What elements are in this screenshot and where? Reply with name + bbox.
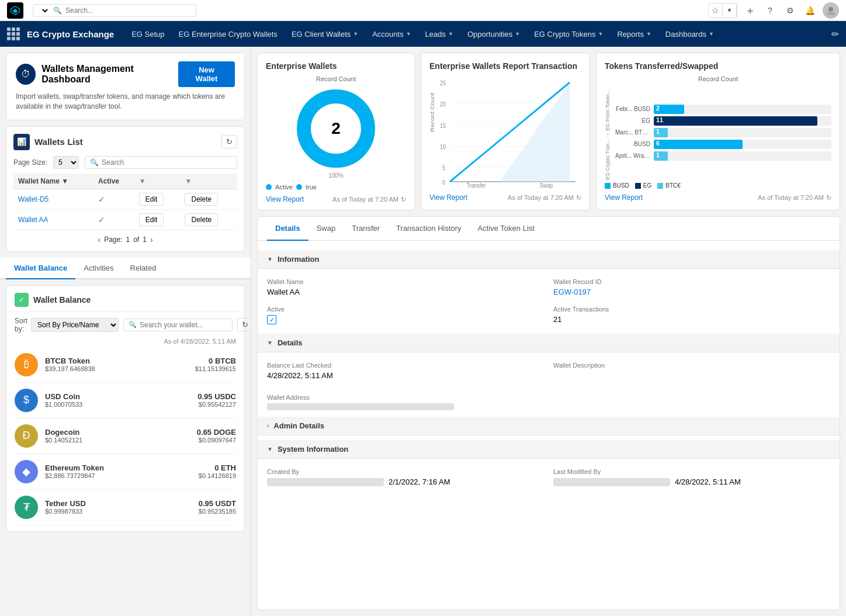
legend-label: BUSD (613, 182, 629, 189)
admin-details-section-header[interactable]: › Admin Details (258, 417, 840, 435)
wallets-search-input[interactable] (102, 158, 232, 167)
legend-label: EG (643, 182, 651, 189)
wallets-search-box[interactable]: 🔍 (85, 156, 237, 169)
nav-item-eg-enterprise[interactable]: EG Enterprise Crypto Wallets (173, 27, 283, 41)
new-wallet-button[interactable]: New Wallet (178, 61, 235, 87)
tab-transaction-history[interactable]: Transaction History (388, 217, 470, 241)
chevron-down-icon: ▼ (267, 446, 273, 452)
created-date: 2/1/2022, 7:16 AM (389, 477, 450, 486)
nav-item-opportunities[interactable]: Opportunities ▼ (462, 27, 526, 41)
nav-item-eg-client[interactable]: EG Client Wallets ▼ (286, 27, 364, 41)
nav-item-eg-setup[interactable]: EG Setup (126, 27, 170, 41)
wallets-list-card: 📊 Wallets List ↻ Page Size: 51025 🔍 (6, 126, 245, 252)
nav-item-eg-crypto-tokens[interactable]: EG Crypto Tokens ▼ (528, 27, 609, 41)
details-body: ▼ Information Wallet Name Wallet AA Wall… (258, 241, 840, 505)
wallet-record-id-label: Wallet Record ID (553, 278, 830, 285)
wallet-search-input[interactable] (140, 321, 227, 329)
information-section-header[interactable]: ▼ Information (258, 250, 840, 269)
dashboard-icon: ⏱ (16, 64, 36, 85)
tab-activities[interactable]: Activities (75, 258, 122, 279)
token-usd-value: $0.09097647 (197, 437, 236, 444)
search-scope-select[interactable]: All (38, 6, 50, 15)
tab-wallet-balance[interactable]: Wallet Balance (6, 258, 75, 279)
chevron-down-icon: ▼ (515, 31, 520, 37)
tab-details[interactable]: Details (267, 217, 308, 241)
nav-item-accounts[interactable]: Accounts ▼ (366, 27, 417, 41)
dashboard-card-header-left: ⏱ Wallets Management Dashboard (16, 64, 178, 85)
settings-icon[interactable]: ⚙ (783, 4, 797, 18)
active-field: Active ✓ (267, 306, 544, 324)
help-icon[interactable]: ? (763, 4, 777, 18)
edit-button[interactable]: Edit (139, 193, 164, 206)
favorites-icon[interactable]: ☆ (709, 4, 723, 18)
chevron-down-icon: ▼ (267, 340, 273, 346)
notifications-icon[interactable]: 🔔 (803, 4, 817, 18)
app-grid-icon[interactable] (7, 27, 20, 40)
created-by-label: Created By (267, 468, 544, 475)
bar-value: 6 (654, 140, 743, 147)
token-name: USD Coin (45, 392, 190, 401)
refresh-icon[interactable]: ↻ (401, 196, 406, 203)
tab-transfer[interactable]: Transfer (344, 217, 388, 241)
nav-item-reports[interactable]: Reports ▼ (611, 27, 657, 41)
page-size-select[interactable]: 51025 (53, 156, 79, 169)
svg-text:15: 15 (440, 122, 446, 129)
enterprise-report-chart: Enterprise Wallets Report Transaction 25… (421, 53, 590, 210)
prev-page-button[interactable]: ‹ (98, 235, 100, 244)
page-size-label: Page Size: (13, 158, 47, 167)
refresh-button[interactable]: ↻ (221, 135, 237, 148)
token-info: Tether USD $0.99987833 (45, 499, 192, 515)
view-report-link[interactable]: View Report (429, 193, 467, 202)
edit-icon[interactable]: ✏ (831, 29, 839, 39)
avatar[interactable] (823, 2, 839, 19)
refresh-icon[interactable]: ↻ (826, 194, 831, 202)
token-icon: ◆ (15, 460, 38, 483)
col-actions2: ▼ (180, 174, 237, 189)
token-info: Dogecoin $0.14052121 (45, 428, 190, 444)
refresh-icon[interactable]: ↻ (576, 194, 581, 202)
legend-color (657, 183, 663, 189)
nav-item-leads[interactable]: Leads ▼ (419, 27, 459, 41)
global-search-area[interactable]: All 🔍 (33, 4, 196, 17)
sort-select[interactable]: Sort By Price/Name (31, 318, 119, 332)
chevron-down-icon[interactable]: ▼ (723, 4, 737, 18)
delete-button[interactable]: Delete (185, 193, 218, 206)
tab-active-token-list[interactable]: Active Token List (470, 217, 543, 241)
delete-button[interactable]: Delete (185, 213, 218, 226)
table-row: Wallet AA ✓ Edit Delete (13, 209, 237, 230)
nav-item-dashboards[interactable]: Dashboards ▼ (660, 27, 720, 41)
col-active[interactable]: Active (93, 174, 134, 189)
refresh-wallet-button[interactable]: ↻ (237, 318, 251, 331)
bar-row: April... Wrap... 1 (615, 151, 831, 161)
bar-value: 2 (654, 105, 684, 112)
token-icon: ₮ (15, 496, 38, 519)
wallet-name-link[interactable]: Wallet AA (18, 216, 48, 224)
add-icon[interactable]: ＋ (743, 4, 757, 18)
system-info-section-header[interactable]: ▼ System Information (258, 440, 840, 459)
wallet-search-box[interactable]: 🔍 (123, 319, 233, 331)
details-section-header[interactable]: ▼ Details (258, 334, 840, 352)
edit-button[interactable]: Edit (139, 213, 164, 226)
chevron-down-icon: ▼ (646, 31, 651, 37)
tab-swap[interactable]: Swap (308, 217, 344, 241)
table-row: Wallet-D5 ✓ Edit Delete (13, 189, 237, 209)
balance-timestamp: As of 4/28/2022, 5:11 AM (6, 338, 244, 347)
section-label: Admin Details (273, 421, 324, 430)
token-list: ₿ BTCB Token $39,197.6468838 0 BTCB $11.… (6, 347, 244, 531)
chevron-down-icon: ▼ (353, 31, 358, 37)
next-page-button[interactable]: › (150, 235, 153, 244)
wallet-name-link[interactable]: Wallet-D5 (18, 195, 48, 203)
wallets-list-title: 📊 Wallets List (13, 134, 83, 150)
active-transactions-value: 21 (553, 315, 830, 324)
token-icon: ₿ (15, 353, 38, 376)
sort-label: Sort by: (15, 317, 27, 333)
col-wallet-name[interactable]: Wallet Name ▼ (13, 174, 93, 189)
legend-color (635, 183, 641, 189)
last-modified-avatar (553, 478, 670, 486)
search-input[interactable] (65, 6, 171, 15)
legend-item: BTC€ (657, 182, 681, 189)
view-report-link[interactable]: View Report (266, 195, 304, 203)
tab-related[interactable]: Related (122, 258, 165, 279)
view-report-link[interactable]: View Report (605, 193, 643, 202)
donut-legend: Active true (266, 184, 406, 191)
